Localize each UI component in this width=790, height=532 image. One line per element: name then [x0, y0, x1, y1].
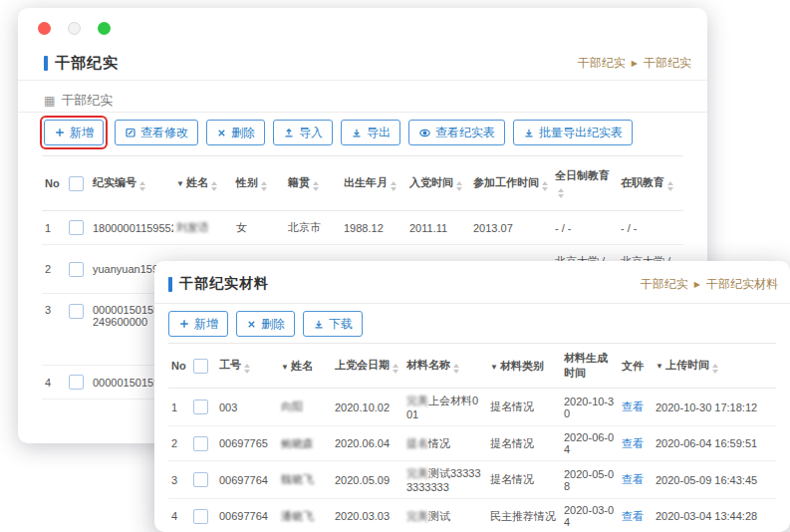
sort-icon	[393, 364, 398, 374]
batch-export-button[interactable]: 批量导出纪实表	[513, 120, 633, 145]
add-button-label: 新增	[194, 316, 218, 333]
cell-no: 2	[168, 426, 190, 461]
download-button-label: 下载	[329, 316, 353, 333]
col-header-join-party[interactable]: 入党时间	[406, 156, 470, 211]
add-button[interactable]: 新增	[44, 120, 104, 145]
delete-button-label: 删除	[231, 125, 255, 141]
plus-icon	[178, 318, 190, 330]
delete-button[interactable]: 删除	[206, 120, 265, 145]
delete-button-label: 删除	[261, 316, 285, 333]
sort-icon	[261, 181, 267, 191]
col-header-employee-id[interactable]: 工号	[216, 344, 278, 389]
select-all-checkbox[interactable]	[69, 176, 84, 191]
col-header-name[interactable]: ▼姓名	[173, 156, 233, 211]
sort-icon	[712, 364, 718, 374]
table-row: 3 00697764 魏晓飞 2020.05.09 完美测试3333333333…	[168, 461, 776, 499]
cell-select	[190, 426, 216, 461]
cell-birth: 1988.12	[341, 211, 406, 245]
col-header-select-all[interactable]	[66, 156, 90, 211]
cell-meeting-date: 2020.06.04	[332, 426, 403, 461]
cell-file: 查看	[619, 426, 653, 461]
breadcrumb-current[interactable]: 干部纪实材料	[706, 276, 778, 293]
cell-material-name: 提名情况	[403, 426, 487, 461]
col-header-upload-time[interactable]: ▼上传时间	[653, 344, 776, 389]
download-button[interactable]: 下载	[303, 311, 363, 337]
cell-join: 2011.11	[406, 211, 470, 245]
sort-icon	[211, 181, 217, 191]
select-all-checkbox[interactable]	[193, 359, 208, 374]
add-button[interactable]: 新增	[168, 311, 228, 337]
cell-no: 4	[42, 366, 66, 399]
filter-funnel-icon[interactable]: ▼	[490, 363, 498, 372]
edit-button[interactable]: 查看修改	[115, 120, 198, 145]
col-header-select-all[interactable]	[190, 344, 216, 389]
cell-select	[66, 294, 90, 366]
row-checkbox[interactable]	[69, 262, 84, 277]
col-header-onjob-edu[interactable]: 在职教育	[618, 156, 683, 211]
close-icon	[216, 128, 227, 138]
col-header-meeting-date[interactable]: 上党会日期	[332, 344, 403, 389]
col-header-material-name[interactable]: 材料名称	[403, 344, 487, 389]
cell-select	[66, 366, 90, 399]
cell-material-name: 完美测试	[403, 499, 487, 532]
col-header-fulltime-edu[interactable]: 全日制教育	[552, 156, 618, 211]
traffic-light-yellow-icon[interactable]	[68, 22, 81, 35]
traffic-light-red-icon[interactable]	[38, 22, 51, 35]
view-file-link[interactable]: 查看	[622, 400, 644, 412]
cell-no: 1	[42, 211, 66, 245]
export-button[interactable]: 导出	[341, 120, 400, 145]
col-header-generated-time[interactable]: 材料生成时间	[561, 344, 619, 389]
batch-export-label: 批量导出纪实表	[539, 125, 623, 141]
view-file-link[interactable]: 查看	[622, 510, 644, 522]
filter-funnel-icon[interactable]: ▼	[176, 179, 184, 188]
sort-icon	[667, 181, 673, 191]
cell-generated-time: 2020-03-04	[561, 499, 619, 532]
cell-generated-time: 2020-06-04	[561, 426, 619, 461]
cell-work: 2013.07	[470, 211, 552, 245]
cell-upload-time: 2020-05-09 16:43:45	[653, 461, 776, 499]
row-checkbox[interactable]	[69, 304, 84, 319]
col-header-sex[interactable]: 性别	[233, 156, 285, 211]
row-checkbox[interactable]	[193, 472, 208, 487]
edit-icon	[125, 127, 136, 138]
materials-table: No 工号 ▼姓名 上党会日期 材料名称 ▼材料类别 材料生成时间 文件 ▼上传…	[168, 343, 776, 532]
upload-icon	[283, 127, 295, 138]
cell-employee-id: 003	[216, 389, 278, 426]
delete-button[interactable]: 删除	[236, 311, 295, 337]
table-row: 4 00697764 潘晓飞 2020.03.03 完美测试 民主推荐情况 20…	[168, 499, 776, 532]
traffic-light-green-icon[interactable]	[98, 22, 111, 35]
row-checkbox[interactable]	[69, 220, 84, 235]
import-button[interactable]: 导入	[273, 120, 333, 145]
col-header-place[interactable]: 籍贯	[285, 156, 341, 211]
breadcrumb: 干部纪实 ▶ 干部纪实	[578, 55, 691, 72]
download-icon	[523, 127, 535, 138]
cell-employee-id: 00697765	[216, 426, 278, 461]
view-file-link[interactable]: 查看	[622, 437, 644, 449]
col-header-record-id[interactable]: 纪实编号	[90, 156, 173, 211]
row-checkbox[interactable]	[69, 375, 84, 390]
page-title: 干部纪实材料	[179, 275, 269, 293]
col-header-material-category[interactable]: ▼材料类别	[487, 344, 561, 389]
cell-no: 1	[168, 389, 190, 426]
breadcrumb-current[interactable]: 干部纪实	[644, 55, 691, 72]
cell-material-category: 提名情况	[487, 426, 561, 461]
row-checkbox[interactable]	[193, 399, 208, 414]
view-file-link[interactable]: 查看	[622, 473, 644, 485]
breadcrumb-parent[interactable]: 干部纪实	[641, 276, 688, 293]
divider	[154, 303, 790, 304]
col-header-birth[interactable]: 出生年月	[341, 156, 406, 211]
cell-generated-time: 2020-05-08	[561, 461, 619, 499]
filter-funnel-icon[interactable]: ▼	[281, 363, 289, 372]
cell-upload-time: 2020-06-04 16:59:51	[653, 426, 776, 461]
filter-funnel-icon[interactable]: ▼	[656, 362, 663, 371]
breadcrumb-parent[interactable]: 干部纪实	[578, 55, 626, 72]
cell-no: 3	[168, 461, 190, 499]
row-checkbox[interactable]	[193, 509, 208, 524]
row-checkbox[interactable]	[193, 436, 208, 451]
col-header-work-start[interactable]: 参加工作时间	[470, 156, 552, 211]
table-row: 1 1800000115955200000 刘发语 女 北京市 1988.12 …	[42, 211, 683, 245]
cell-fulltime: - / -	[552, 211, 618, 245]
col-header-name[interactable]: ▼姓名	[278, 344, 332, 389]
title-accent-bar	[168, 277, 172, 292]
view-record-sheet-button[interactable]: 查看纪实表	[408, 120, 505, 145]
